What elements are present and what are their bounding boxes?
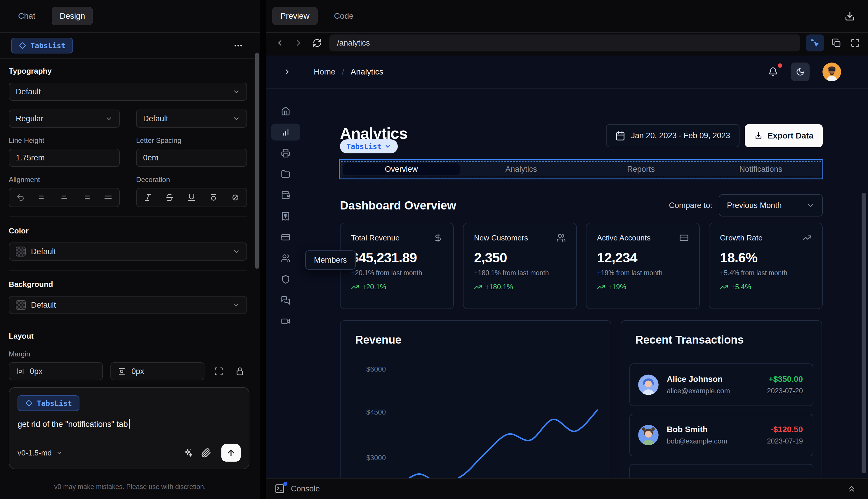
refresh-button[interactable]	[311, 37, 324, 49]
console-toggle[interactable]	[274, 484, 285, 494]
more-options-button[interactable]	[231, 38, 246, 53]
margin-y-input[interactable]: 0px	[110, 362, 204, 380]
receipt-icon	[281, 211, 290, 221]
app-scrollbar[interactable]	[861, 193, 866, 473]
composer-context-chip[interactable]: TabsList	[17, 395, 79, 411]
bell-icon	[768, 67, 778, 77]
rail-members-button[interactable]	[271, 250, 300, 267]
rail-video-button[interactable]	[271, 313, 300, 330]
undo-icon[interactable]	[16, 193, 25, 202]
tab-analytics[interactable]: Analytics	[461, 161, 581, 177]
selection-overlay-chip[interactable]: TabsList	[340, 139, 398, 154]
theme-toggle-button[interactable]	[791, 62, 809, 81]
transaction-email: bob@example.com	[667, 437, 727, 445]
console-bar[interactable]: Console	[266, 478, 868, 499]
underline-icon[interactable]	[187, 193, 196, 202]
back-button[interactable]	[273, 37, 286, 49]
margin-expand-button[interactable]	[212, 365, 225, 378]
rail-cards-button[interactable]	[271, 229, 300, 246]
align-justify-icon[interactable]	[104, 193, 112, 202]
user-avatar[interactable]	[822, 62, 841, 81]
stat-label: Active Accounts	[597, 233, 651, 243]
credit-card-icon	[679, 233, 689, 243]
no-decoration-icon[interactable]	[231, 193, 240, 202]
forward-button[interactable]	[292, 37, 305, 49]
stat-trend: +5.4%	[731, 283, 751, 291]
font-weight-value: Regular	[16, 114, 44, 123]
tab-preview[interactable]: Preview	[272, 7, 318, 25]
overline-icon[interactable]	[209, 193, 218, 202]
selected-component-chip[interactable]: TabsList	[11, 38, 73, 53]
rail-home-button[interactable]	[271, 102, 300, 120]
margin-lock-button[interactable]	[233, 365, 247, 378]
fullscreen-button[interactable]	[849, 37, 861, 49]
copy-button[interactable]	[830, 37, 843, 49]
margin-label: Margin	[9, 350, 247, 358]
align-right-icon[interactable]	[82, 193, 90, 202]
background-select[interactable]: Default	[9, 296, 247, 314]
enhance-prompt-button[interactable]	[181, 446, 195, 460]
rail-wallet-button[interactable]	[271, 187, 300, 204]
tab-design[interactable]: Design	[52, 7, 93, 25]
tab-reports[interactable]: Reports	[581, 161, 701, 177]
rail-messages-button[interactable]	[271, 292, 300, 309]
color-select[interactable]: Default	[9, 243, 247, 260]
rail-files-button[interactable]	[271, 166, 300, 183]
export-data-button[interactable]: Export Data	[745, 124, 823, 147]
tab-code[interactable]: Code	[326, 7, 362, 25]
font-size-select[interactable]: Default	[136, 110, 247, 128]
inspect-mode-button[interactable]	[806, 35, 824, 51]
url-input[interactable]: /analytics	[330, 35, 800, 51]
tab-overview[interactable]: Overview	[343, 163, 460, 175]
chat-composer[interactable]: TabsList get rid of the "notifications" …	[9, 387, 249, 469]
model-select[interactable]: v0-1.5-md	[17, 449, 63, 458]
members-tooltip: Members	[305, 251, 356, 270]
moon-icon	[796, 68, 805, 76]
margin-x-input[interactable]: 0px	[9, 362, 103, 380]
diamond-icon	[25, 399, 33, 407]
transaction-row[interactable]: Bob Smith bob@example.com -$120.50 2023-…	[629, 414, 814, 457]
rail-receipts-button[interactable]	[271, 208, 300, 225]
align-left-icon[interactable]	[38, 193, 47, 202]
margin-y-value: 0px	[132, 367, 144, 376]
notifications-button[interactable]	[768, 67, 778, 77]
transaction-row-partial[interactable]	[629, 464, 814, 478]
trending-up-icon	[351, 283, 359, 291]
strikethrough-icon[interactable]	[165, 193, 174, 202]
letter-spacing-input[interactable]: 0em	[136, 149, 247, 167]
margin-y-icon	[117, 367, 126, 376]
date-range-picker[interactable]: Jan 20, 2023 - Feb 09, 2023	[606, 124, 740, 147]
compare-select[interactable]: Previous Month	[719, 194, 823, 217]
download-button[interactable]	[843, 10, 856, 23]
font-family-select[interactable]: Default	[9, 83, 247, 101]
breadcrumb-home[interactable]: Home	[314, 67, 336, 76]
design-sidebar: Chat Design TabsList Typography Default …	[0, 0, 260, 499]
selection-overlay-label: TabsList	[346, 142, 382, 151]
send-button[interactable]	[221, 444, 241, 462]
align-center-icon[interactable]	[60, 193, 69, 202]
sidebar-scrollbar[interactable]	[255, 52, 259, 269]
transaction-row[interactable]: Alice Johnson alice@example.com +$350.00…	[629, 363, 814, 406]
attach-file-button[interactable]	[199, 446, 213, 460]
rail-security-button[interactable]	[271, 271, 300, 288]
stat-subtext: +5.4% from last month	[720, 269, 811, 277]
line-height-input[interactable]: 1.75rem	[9, 149, 120, 167]
color-section-label: Color	[9, 227, 247, 235]
chevron-down-icon	[233, 88, 240, 96]
chevrons-up-icon[interactable]	[847, 484, 856, 494]
composer-text: get rid of the "notifications" tab	[17, 419, 128, 429]
tab-chat[interactable]: Chat	[11, 7, 43, 25]
rail-analytics-button[interactable]	[271, 124, 300, 141]
italic-icon[interactable]	[144, 193, 152, 202]
rail-invoices-button[interactable]	[271, 145, 300, 161]
preview-panel: Preview Code /analytics	[266, 0, 868, 499]
tab-notifications[interactable]: Notifications	[701, 161, 821, 177]
revenue-chart-card: Revenue $6000 $4500 $3000	[340, 320, 611, 478]
margin-x-icon	[16, 367, 25, 376]
trending-up-icon	[802, 233, 811, 243]
sidebar-toggle-icon[interactable]	[283, 68, 292, 76]
design-settings: Typography Default Regular Default Line …	[0, 59, 260, 419]
font-weight-select[interactable]: Regular	[9, 110, 120, 128]
composer-input[interactable]: get rid of the "notifications" tab	[17, 419, 241, 429]
stat-value: $45,231.89	[351, 250, 443, 266]
